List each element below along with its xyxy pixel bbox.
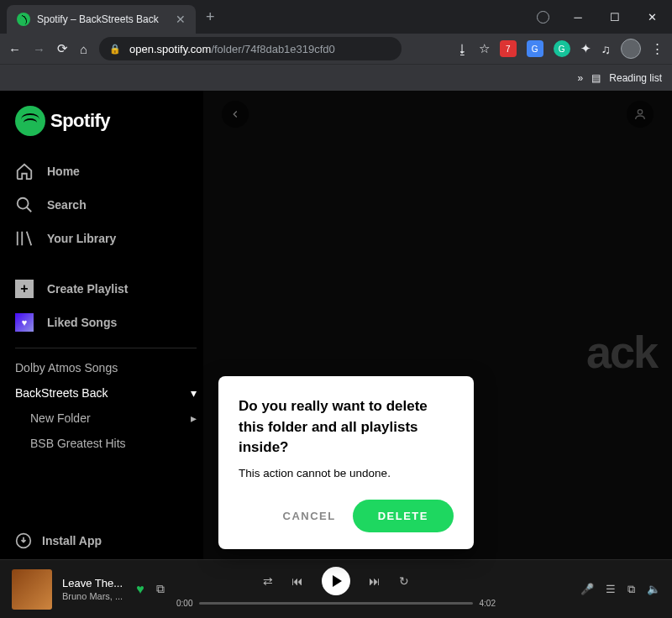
chevron-right-icon: ▸ <box>191 411 197 425</box>
player-controls: ⇄ ⏮ ⏭ ↻ 0:00 4:02 <box>176 567 496 608</box>
delete-confirm-modal: Do you really want to delete this folder… <box>218 376 474 549</box>
playlist-subitem[interactable]: New Folder▸ <box>15 406 197 431</box>
play-icon <box>333 575 342 587</box>
sidebar: Spotify Home Search Your Library + Creat… <box>0 91 203 559</box>
sidebar-divider <box>15 348 197 348</box>
spotify-logo[interactable]: Spotify <box>15 106 197 136</box>
heart-box-icon: ♥ <box>15 313 34 332</box>
browser-tab[interactable]: Spotify – BackStreets Back ✕ <box>7 5 196 34</box>
player-right-controls: 🎤 ☰ ⧉ 🔈 <box>580 583 660 596</box>
nav-library[interactable]: Your Library <box>15 222 197 255</box>
install-app-button[interactable]: Install App <box>15 522 197 559</box>
bookmark-star-icon[interactable]: ☆ <box>479 41 490 56</box>
nav-create-playlist[interactable]: + Create Playlist <box>15 272 197 306</box>
next-track-icon[interactable]: ⏭ <box>369 574 381 588</box>
download-circle-icon <box>15 532 32 549</box>
close-window-button[interactable]: ✕ <box>635 4 669 29</box>
spotify-favicon <box>17 13 30 26</box>
library-nav-icon <box>15 229 34 248</box>
prev-track-icon[interactable]: ⏮ <box>291 574 303 588</box>
svg-point-0 <box>18 198 29 209</box>
home-icon[interactable]: ⌂ <box>80 42 87 56</box>
shield-icon[interactable] <box>537 11 549 24</box>
new-tab-button[interactable]: + <box>206 8 215 26</box>
maximize-button[interactable]: ☐ <box>598 4 632 29</box>
bookmark-bar: » ▤ Reading list <box>0 64 672 91</box>
modal-title: Do you really want to delete this folder… <box>239 396 454 458</box>
play-button[interactable] <box>322 567 350 595</box>
menu-icon[interactable]: ⋮ <box>651 41 664 56</box>
music-ext-icon[interactable]: ♫ <box>601 42 611 56</box>
progress-bar: 0:00 4:02 <box>176 599 496 608</box>
spotify-app: Spotify Home Search Your Library + Creat… <box>0 91 672 559</box>
modal-body: This action cannot be undone. <box>239 467 454 479</box>
shuffle-icon[interactable]: ⇄ <box>263 574 273 588</box>
lyrics-icon[interactable]: 🎤 <box>580 583 594 596</box>
now-playing-art[interactable] <box>12 569 52 610</box>
plus-box-icon: + <box>15 280 34 298</box>
playlist-item-selected[interactable]: BackStreets Back▾ <box>15 380 197 406</box>
like-button[interactable]: ♥ <box>136 582 144 597</box>
minimize-button[interactable]: ─ <box>561 4 595 29</box>
cancel-button[interactable]: CANCEL <box>278 501 341 531</box>
reading-list-icon: ▤ <box>591 72 601 84</box>
close-tab-icon[interactable]: ✕ <box>176 13 186 26</box>
extension-1[interactable]: 7 <box>500 40 517 57</box>
now-playing-bar: Leave The... Bruno Mars, ... ♥ ⧉ ⇄ ⏮ ⏭ ↻… <box>0 559 672 618</box>
nav-liked-songs[interactable]: ♥ Liked Songs <box>15 306 197 339</box>
now-playing-info: Leave The... Bruno Mars, ... <box>62 577 123 601</box>
repeat-icon[interactable]: ↻ <box>399 574 409 588</box>
total-time: 4:02 <box>480 599 496 608</box>
delete-button[interactable]: DELETE <box>353 500 454 532</box>
playlist-item[interactable]: Dolby Atmos Songs <box>15 355 197 380</box>
extension-icons: ⭳ ☆ 7 G G ✦ ♫ ⋮ <box>456 39 664 59</box>
volume-icon[interactable]: 🔈 <box>647 583 660 596</box>
url-text: open.spotify.com/folder/74f8dab1e319cfd0 <box>129 43 335 55</box>
nav-search[interactable]: Search <box>15 188 197 222</box>
window-controls: ─ ☐ ✕ <box>537 4 672 29</box>
chevron-down-icon[interactable]: ▾ <box>191 386 197 400</box>
lock-icon: 🔒 <box>109 44 121 55</box>
queue-icon[interactable]: ☰ <box>606 583 616 596</box>
spotify-wordmark: Spotify <box>50 110 110 132</box>
back-icon[interactable]: ← <box>8 42 21 56</box>
browser-titlebar: Spotify – BackStreets Back ✕ + ─ ☐ ✕ <box>0 0 672 34</box>
search-nav-icon <box>15 196 34 214</box>
pip-icon[interactable]: ⧉ <box>156 582 165 596</box>
playlist-subitem[interactable]: BSB Greatest Hits <box>15 431 197 456</box>
extensions-icon[interactable]: ✦ <box>580 41 591 56</box>
devices-icon[interactable]: ⧉ <box>627 583 635 596</box>
nav-home[interactable]: Home <box>15 154 197 188</box>
track-artist[interactable]: Bruno Mars, ... <box>62 591 123 601</box>
modal-buttons: CANCEL DELETE <box>239 500 454 532</box>
elapsed-time: 0:00 <box>176 599 192 608</box>
track-title[interactable]: Leave The... <box>62 577 123 589</box>
extension-grammarly[interactable]: G <box>554 40 570 57</box>
tab-title: Spotify – BackStreets Back <box>37 13 169 25</box>
seek-bar[interactable] <box>199 602 472 605</box>
download-icon[interactable]: ⭳ <box>456 42 469 56</box>
browser-navbar: ← → ⟳ ⌂ 🔒 open.spotify.com/folder/74f8da… <box>0 34 672 64</box>
url-bar[interactable]: 🔒 open.spotify.com/folder/74f8dab1e319cf… <box>99 37 402 60</box>
forward-icon[interactable]: → <box>33 42 45 56</box>
extension-translate[interactable]: G <box>527 40 543 57</box>
spotify-logo-icon <box>15 106 45 136</box>
home-nav-icon <box>15 162 34 181</box>
reading-list-button[interactable]: Reading list <box>609 72 662 84</box>
profile-avatar[interactable] <box>621 39 641 59</box>
reload-icon[interactable]: ⟳ <box>57 41 68 56</box>
bookmark-chevron[interactable]: » <box>578 72 584 84</box>
